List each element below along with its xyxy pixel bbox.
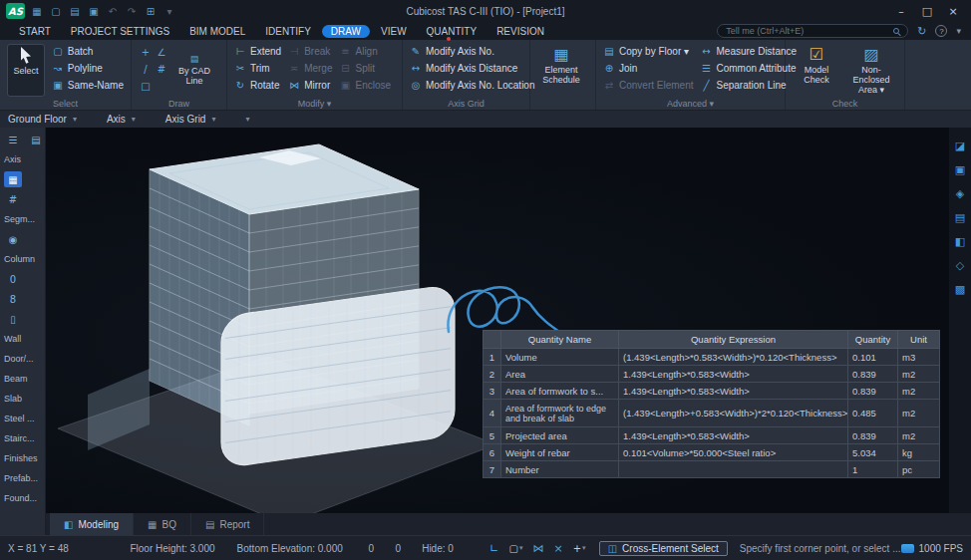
tab-report[interactable]: ▤Report: [191, 513, 264, 535]
break-button[interactable]: ⊣Break: [288, 44, 332, 59]
board-icon[interactable]: ▦: [30, 6, 44, 17]
modify-axis-no-button[interactable]: ✎Modify Axis No.: [410, 44, 535, 59]
by-cad-line-button[interactable]: ▤By CAD Line: [170, 54, 218, 86]
tab-bq[interactable]: ▦BQ: [134, 513, 191, 535]
circular-column-icon[interactable]: 0: [4, 271, 22, 287]
sidebar-item-door[interactable]: Door/...: [4, 354, 34, 364]
solid-view-icon[interactable]: ◈: [952, 185, 968, 201]
floor-combobox[interactable]: Ground Floor▾: [8, 114, 77, 125]
table-row[interactable]: 5 Projected area 1.439<Length>*0.583<Wid…: [484, 427, 940, 444]
split-button[interactable]: ⊟Split: [340, 61, 392, 76]
sidebar-item-slab[interactable]: Slab: [4, 394, 22, 404]
convert-element-button[interactable]: ⇄Convert Element: [603, 78, 693, 93]
sidebar-item-prefab[interactable]: Prefab...: [4, 473, 38, 483]
sidebar-item-column[interactable]: Column: [4, 254, 35, 264]
tree-list-icon[interactable]: ☰: [4, 132, 22, 147]
model-check-button[interactable]: ☑ Model Check: [793, 44, 840, 97]
batch-select-button[interactable]: ▢Batch: [52, 44, 124, 59]
tab-project-settings[interactable]: PROJECT SETTINGS: [62, 25, 178, 38]
sidebar-item-axis[interactable]: Axis: [4, 154, 21, 164]
sidebar-item-foundation[interactable]: Found...: [4, 493, 37, 503]
sidebar-item-wall[interactable]: Wall: [4, 334, 21, 344]
same-name-select-button[interactable]: ▣Same-Name: [52, 78, 124, 93]
minimize-button[interactable]: –: [889, 3, 913, 19]
sidebar-item-segment[interactable]: Segm...: [4, 214, 35, 224]
modify-axis-no-location-button[interactable]: ◎Modify Axis No. Location: [410, 78, 535, 93]
tab-modeling[interactable]: ◧Modeling: [50, 513, 134, 535]
deselect-icon[interactable]: ×: [554, 542, 563, 555]
toolbar-caret-icon[interactable]: ▾: [162, 6, 176, 17]
new-file-icon[interactable]: ▢: [49, 6, 63, 17]
draw-hash-icon[interactable]: #: [155, 64, 168, 75]
tab-identify[interactable]: IDENTIFY: [256, 25, 320, 38]
draw-angle-icon[interactable]: ∠: [155, 47, 168, 58]
redo-icon[interactable]: ↷: [125, 6, 139, 17]
segment-icon[interactable]: ◉: [4, 231, 22, 247]
element-schedule-button[interactable]: ▦ Element Schedule: [537, 44, 585, 106]
composite-column-icon[interactable]: 8: [4, 291, 22, 307]
table-row[interactable]: 4 Area of formwork to edge and break of …: [484, 400, 940, 427]
select-button[interactable]: Select: [7, 44, 45, 97]
pillar-icon[interactable]: ▯: [4, 311, 22, 327]
intersect-mode-icon[interactable]: ⋈: [533, 542, 544, 555]
tab-bim-model[interactable]: BIM MODEL: [180, 25, 254, 38]
mirror-button[interactable]: ⋈Mirror: [288, 78, 332, 93]
tab-start[interactable]: START: [10, 25, 60, 38]
save-icon[interactable]: ▣: [87, 6, 101, 17]
view-layout-icon[interactable]: ⊞: [144, 6, 158, 17]
element-combobox[interactable]: Axis Grid▾: [165, 114, 216, 125]
sidebar-item-finishes[interactable]: Finishes: [4, 453, 38, 463]
polyline-select-button[interactable]: ↝Polyline: [52, 61, 124, 76]
axis-network-icon[interactable]: #: [4, 191, 22, 207]
shading-tool-icon[interactable]: ◧: [952, 233, 968, 249]
tab-quantity[interactable]: QUANTITY: [418, 25, 486, 38]
draw-plus-icon[interactable]: +: [139, 47, 153, 58]
draw-rect-icon[interactable]: □: [139, 81, 153, 92]
open-file-icon[interactable]: ▤: [68, 6, 82, 17]
corner-snap-icon[interactable]: ∟: [489, 542, 498, 555]
extend-button[interactable]: ⊢Extend: [234, 44, 281, 59]
draw-slash-icon[interactable]: /: [139, 64, 153, 75]
model-viewport[interactable]: Quantity Name Quantity Expression Quanti…: [46, 128, 949, 513]
sidebar-item-stair[interactable]: Stairc...: [4, 433, 35, 443]
join-button[interactable]: ⊕Join: [603, 61, 693, 76]
axis-grid-tool-icon[interactable]: ▦: [4, 171, 22, 187]
cross-element-select-button[interactable]: ◫ Cross-Element Select: [599, 541, 728, 556]
search-input[interactable]: [726, 26, 887, 36]
sidebar-item-beam[interactable]: Beam: [4, 374, 28, 384]
align-button[interactable]: ≡Align: [340, 44, 392, 59]
grid-view-icon[interactable]: ▩: [952, 281, 968, 297]
wireframe-tool-icon[interactable]: ◇: [952, 257, 968, 273]
table-row[interactable]: 2 Area 1.439<Length>*0.583<Width> 0.839 …: [484, 366, 940, 383]
undo-icon[interactable]: ↶: [106, 6, 120, 17]
tab-revision[interactable]: REVISION: [487, 25, 553, 38]
add-mode-dropdown[interactable]: +▾: [573, 543, 586, 554]
display-tool-icon[interactable]: ▣: [952, 161, 968, 177]
sidebar-item-steel[interactable]: Steel ...: [4, 414, 35, 423]
table-row[interactable]: 7 Number 1 pc: [484, 461, 940, 478]
non-enclosed-area-button[interactable]: ▨ Non-Enclosed Area ▾: [847, 44, 895, 97]
tab-draw[interactable]: DRAW: [322, 25, 370, 38]
sync-icon[interactable]: ↻: [917, 25, 926, 38]
layer-tool-icon[interactable]: ▤: [952, 209, 968, 225]
paint-tool-icon[interactable]: ◪: [952, 138, 968, 153]
table-row[interactable]: 3 Area of formwork to s... 1.439<Length>…: [484, 383, 940, 400]
trim-button[interactable]: ✂Trim: [234, 61, 281, 76]
table-row[interactable]: 6 Weight of rebar 0.101<Volume>*50.000<S…: [484, 444, 940, 461]
measure-distance-button[interactable]: ↔Measure Distance: [700, 44, 797, 59]
app-logo[interactable]: AS: [6, 3, 25, 19]
tab-view[interactable]: VIEW: [372, 25, 416, 38]
help-icon[interactable]: ?: [935, 25, 947, 37]
maximize-button[interactable]: □: [915, 3, 939, 19]
merge-button[interactable]: ≍Merge: [288, 61, 332, 76]
separation-line-button[interactable]: ╱Separation Line: [700, 78, 797, 93]
selection-mode-dropdown[interactable]: ▢▾: [509, 543, 523, 554]
tell-me-searchbox[interactable]: [717, 24, 908, 38]
tree-grid-icon[interactable]: ▤: [27, 132, 45, 147]
attribute-combobox[interactable]: ▾: [245, 115, 249, 124]
rotate-button[interactable]: ↻Rotate: [234, 78, 281, 93]
modify-axis-distance-button[interactable]: ↔Modify Axis Distance: [410, 61, 535, 76]
copy-by-floor-button[interactable]: ▤Copy by Floor ▾: [603, 44, 693, 59]
account-caret-icon[interactable]: ▾: [956, 26, 961, 36]
close-button[interactable]: ×: [941, 3, 965, 19]
